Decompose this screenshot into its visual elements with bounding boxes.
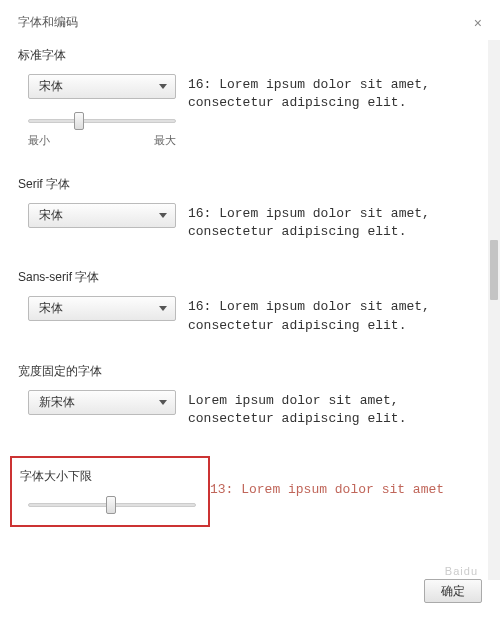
section-min-font-size: 字体大小下限 13: Lorem ipsum dolor sit amet bbox=[18, 456, 482, 527]
dialog-footer: 确定 bbox=[424, 579, 482, 603]
sansserif-font-preview: 16: Lorem ipsum dolor sit amet, consecte… bbox=[188, 296, 482, 334]
scrollbar-thumb[interactable] bbox=[490, 240, 498, 300]
fixed-font-value: 新宋体 bbox=[39, 394, 75, 411]
ok-button[interactable]: 确定 bbox=[424, 579, 482, 603]
section-serif-font: Serif 字体 宋体 16: Lorem ipsum dolor sit am… bbox=[18, 176, 482, 241]
fixed-font-preview: Lorem ipsum dolor sit amet, consectetur … bbox=[188, 390, 482, 428]
sansserif-font-value: 宋体 bbox=[39, 300, 63, 317]
chevron-down-icon bbox=[159, 213, 167, 218]
highlight-box: 字体大小下限 bbox=[10, 456, 210, 527]
slider-max-label: 最大 bbox=[154, 133, 176, 148]
minsize-slider[interactable] bbox=[28, 497, 196, 513]
standard-font-select[interactable]: 宋体 bbox=[28, 74, 176, 99]
chevron-down-icon bbox=[159, 400, 167, 405]
section-standard-font: 标准字体 宋体 最小 最大 bbox=[18, 47, 482, 148]
standard-font-value: 宋体 bbox=[39, 78, 63, 95]
font-encoding-dialog: 字体和编码 × 标准字体 宋体 bbox=[0, 0, 500, 617]
slider-thumb[interactable] bbox=[74, 112, 84, 130]
scrollbar[interactable] bbox=[488, 40, 500, 580]
fixed-font-select[interactable]: 新宋体 bbox=[28, 390, 176, 415]
slider-thumb[interactable] bbox=[106, 496, 116, 514]
sansserif-font-label: Sans-serif 字体 bbox=[18, 269, 482, 286]
serif-font-label: Serif 字体 bbox=[18, 176, 482, 193]
minsize-label: 字体大小下限 bbox=[20, 468, 200, 485]
standard-font-label: 标准字体 bbox=[18, 47, 482, 64]
close-icon[interactable]: × bbox=[474, 15, 482, 31]
serif-font-preview: 16: Lorem ipsum dolor sit amet, consecte… bbox=[188, 203, 482, 241]
chevron-down-icon bbox=[159, 306, 167, 311]
section-fixed-font: 宽度固定的字体 新宋体 Lorem ipsum dolor sit amet, … bbox=[18, 363, 482, 428]
sansserif-font-select[interactable]: 宋体 bbox=[28, 296, 176, 321]
watermark: Baidu bbox=[445, 565, 478, 577]
slider-min-label: 最小 bbox=[28, 133, 50, 148]
dialog-header: 字体和编码 × bbox=[0, 0, 500, 39]
section-sansserif-font: Sans-serif 字体 宋体 16: Lorem ipsum dolor s… bbox=[18, 269, 482, 334]
dialog-title: 字体和编码 bbox=[18, 14, 78, 31]
standard-size-slider[interactable] bbox=[28, 113, 176, 129]
standard-font-preview: 16: Lorem ipsum dolor sit amet, consecte… bbox=[188, 74, 482, 112]
fixed-font-label: 宽度固定的字体 bbox=[18, 363, 482, 380]
serif-font-select[interactable]: 宋体 bbox=[28, 203, 176, 228]
minsize-preview: 13: Lorem ipsum dolor sit amet bbox=[210, 456, 444, 497]
chevron-down-icon bbox=[159, 84, 167, 89]
dialog-content: 标准字体 宋体 最小 最大 bbox=[0, 39, 500, 579]
serif-font-value: 宋体 bbox=[39, 207, 63, 224]
